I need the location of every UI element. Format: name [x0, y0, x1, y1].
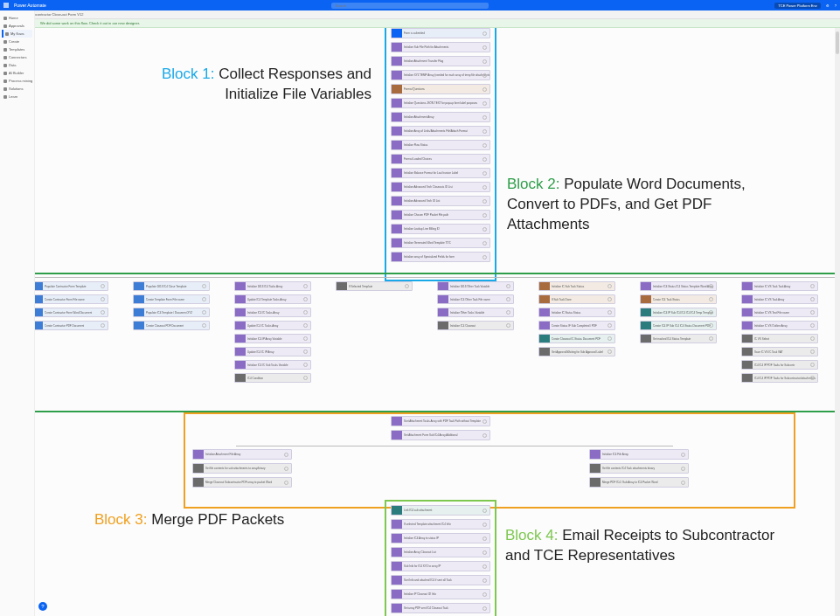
nav-learn[interactable]: Learn: [2, 93, 32, 100]
flow-node[interactable]: Create Template Form File name: [133, 294, 210, 304]
flow-node[interactable]: Initialize IC VS Task Array: [741, 294, 818, 304]
flow-node[interactable]: Set array PDF sent IC4 Closeout Task: [391, 603, 490, 613]
flow-node[interactable]: Initialize IC4 Status IC4 Status Templat…: [640, 281, 717, 291]
flow-node[interactable]: Initialize Lookup Line Billing ID: [391, 224, 490, 234]
flow-node[interactable]: IC4 Condition: [234, 373, 311, 383]
flow-node[interactable]: Set marked IC4 Status Template: [640, 334, 717, 343]
nav-templates[interactable]: Templates: [2, 45, 32, 53]
flow-node[interactable]: Initialize array of Specialized Fields f…: [391, 252, 490, 262]
flow-node[interactable]: Initialize IC4 Other Task File name: [437, 294, 514, 304]
flow-node[interactable]: Populate Contractor Form Template: [35, 281, 108, 291]
flow-node[interactable]: Initialize Attachment Array: [391, 112, 490, 122]
flow-node[interactable]: Initialize IC4 IC Tasks Array: [234, 308, 311, 317]
flow-node[interactable]: Initialize 1813 Other Task Variable: [437, 281, 514, 291]
flow-node[interactable]: Initialize IC4 IP Array Variable: [234, 334, 311, 343]
flow-node[interactable]: IC VS Select: [741, 334, 818, 343]
nav-my-flows[interactable]: My flows: [2, 30, 32, 38]
flow-node[interactable]: Initialize XYZ TEMP Array (needed for ea…: [391, 70, 490, 80]
node-connector-icon: [641, 321, 651, 330]
node-connector-icon: [742, 321, 753, 330]
gear-icon[interactable]: ⚙: [826, 3, 830, 8]
flow-node[interactable]: Sort Attachment Tasks Array with PDF Tas…: [391, 416, 490, 426]
flow-node[interactable]: Initialize Attachment Transfer Flag: [391, 56, 490, 66]
flow-node[interactable]: Initialize Balance Format for Last Invoi…: [391, 168, 490, 178]
flow-node[interactable]: Initialize IP Closeout ID Info: [391, 589, 490, 599]
flow-node[interactable]: Initialize IC VS Task Task Array: [741, 281, 818, 291]
flow-node[interactable]: Format Questions: [391, 84, 490, 94]
nav-ai-builder[interactable]: AI Builder: [2, 69, 32, 77]
flow-node[interactable]: Initialize IC4 Array to status IP: [391, 533, 490, 543]
flow-node[interactable]: Initialize 1813 IC4 Tasks Array: [234, 281, 311, 291]
flow-node[interactable]: Populate 1813 IC4 Close Template: [133, 281, 210, 291]
nav-approvals[interactable]: Approvals: [2, 22, 32, 30]
flow-node[interactable]: Sub Info for IC4 XYZ to array IP: [391, 561, 490, 571]
help-button[interactable]: ?: [38, 602, 47, 611]
flow-node[interactable]: Update IC4 Template Tasks Array: [234, 294, 311, 304]
flow-node[interactable]: Save IC VS IC Task VAT: [741, 347, 818, 356]
waffle-icon[interactable]: [3, 3, 9, 8]
flow-node[interactable]: Create Closeout IC Status Document PDF: [538, 334, 615, 343]
flow-node[interactable]: Create Contractor PDF Document: [35, 321, 108, 330]
flow-node[interactable]: If selected Template attachment IC4 Info: [391, 519, 490, 529]
flow-node[interactable]: Initialize IC VS Outline Array: [741, 321, 818, 330]
flow-node[interactable]: Initialize IC4 IC Sub Tasks Variable: [234, 360, 311, 370]
flow-node[interactable]: IC4 IC4 IP PDF Tasks for Subcontr: [741, 360, 818, 370]
flow-node[interactable]: Initialize IC4 File Array: [589, 449, 689, 460]
flow-node[interactable]: Create Closeout PDF Document: [133, 321, 210, 330]
flow-node[interactable]: Initialize Array of Links/Attachments Fi…: [391, 126, 490, 136]
flow-node[interactable]: Initialize IC4 IP Sub IC4 IC4 IC4 IC4 Te…: [640, 308, 717, 317]
flow-node[interactable]: Initialize IC VS Text File name: [741, 308, 818, 317]
block2-branch: Initialize IC4 Status IC4 Status Templat…: [640, 281, 717, 347]
app-name: Power Automate: [14, 3, 46, 8]
flow-node[interactable]: Initialize Array Closeout List: [391, 547, 490, 557]
flow-node[interactable]: IC4 IC4 IP PDF Tasks for Subcontractor/a…: [741, 373, 818, 383]
flow-node[interactable]: Link IC4 sub attachment: [391, 505, 490, 516]
flow-node[interactable]: Create Contractor Form File name: [35, 294, 108, 304]
flow-node[interactable]: Create IC4 Task Status: [640, 294, 717, 304]
nav-data[interactable]: Data: [2, 61, 32, 69]
flow-node[interactable]: Initialize IC Status Status: [538, 308, 615, 317]
question-icon[interactable]: ?: [835, 3, 837, 8]
flow-node[interactable]: Initialize IC Sub Task Status: [538, 281, 615, 291]
node-connector-icon: [235, 321, 246, 330]
flow-node[interactable]: Sort Info and attached IC4 if sent all T…: [391, 575, 490, 585]
flow-node[interactable]: Create Status IF Sub Completed / PDF: [538, 321, 615, 330]
nav-solutions[interactable]: Solutions: [2, 85, 32, 93]
nav-home[interactable]: Home: [2, 14, 32, 22]
flow-node[interactable]: Initialize Attachment File Array: [192, 449, 292, 460]
vertical-scrollbar[interactable]: [835, 28, 840, 616]
scrollbar-thumb[interactable]: [836, 31, 839, 54]
flow-node[interactable]: Merge Closeout Subcontractor PDF array t…: [192, 477, 292, 488]
flow-node[interactable]: Set Approval/Waiting for Sub Approval La…: [538, 347, 615, 356]
flow-node[interactable]: Populate IC4 Template / Document XYZ: [133, 308, 210, 317]
flow-node[interactable]: Initialize Questions JSON TEXT for pop-u…: [391, 98, 490, 108]
flow-node[interactable]: Initialize Advanced Tech Closeouts ID Li…: [391, 182, 490, 192]
flow-node[interactable]: If Sub Task Done: [538, 294, 615, 304]
search-input[interactable]: [331, 3, 489, 9]
nav-create[interactable]: Create: [2, 38, 32, 45]
flow-node[interactable]: Initialize Chosen PDF Packet File path: [391, 210, 490, 220]
flow-node[interactable]: Merge PDF IC4 / Sub Array to IC4 Packet …: [589, 477, 689, 488]
flow-node[interactable]: Format Loaded Choices: [391, 154, 490, 164]
flow-node[interactable]: Create Contractor Form Word Document: [35, 308, 108, 317]
flow-node[interactable]: Initialize Other Tasks Variable: [437, 308, 514, 317]
flow-node[interactable]: Initialize Advanced Tech ID List: [391, 196, 490, 206]
flow-node[interactable]: Set file contents for sub attachments to…: [192, 463, 292, 474]
flow-node[interactable]: If Selected Template: [336, 281, 413, 291]
flow-node[interactable]: Initialize Generated Word Template TOC: [391, 238, 490, 248]
flow-node[interactable]: Update IC4 IC IP Array: [234, 347, 311, 356]
flow-node[interactable]: Create IC4 IP Sub IC4 IC4 Status Documen…: [640, 321, 717, 330]
flow-node[interactable]: Initialize Flow Status: [391, 140, 490, 150]
flow-node[interactable]: Set file contents IC4 Task attachments b…: [589, 463, 689, 474]
node-label: IC4 IC4 IP PDF Tasks for Subcontractor/a…: [754, 377, 817, 380]
nav-process-mining[interactable]: Process mining: [2, 77, 32, 85]
flow-canvas[interactable]: Block 1: Collect Responses and Initializ…: [35, 28, 840, 616]
flow-node[interactable]: Form is submitted: [391, 28, 490, 38]
flow-node[interactable]: Set Attachment Form Sub IC4 Array Additi…: [391, 430, 490, 440]
environment-picker[interactable]: TCE Power Platform Env: [774, 3, 820, 9]
nav-connectors[interactable]: Connectors: [2, 53, 32, 61]
flow-node[interactable]: Initialize IC4 Closeout: [437, 321, 514, 330]
flow-node[interactable]: Update IC4 IC Tasks Array: [234, 321, 311, 330]
flow-node[interactable]: Initialize Sub File Path for Attachments: [391, 42, 490, 52]
node-connector-icon: [539, 334, 550, 343]
